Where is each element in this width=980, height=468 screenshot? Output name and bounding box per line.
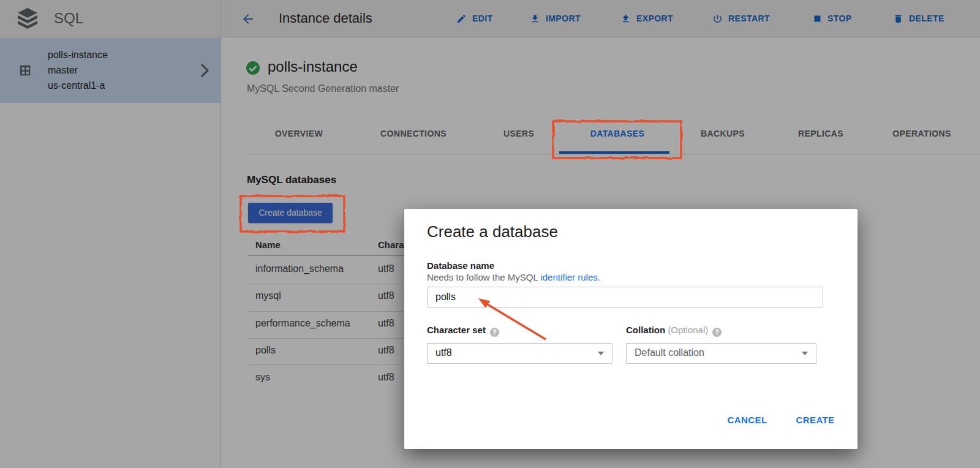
description-prefix: Needs to follow the MySQL (427, 272, 540, 282)
character-set-value: utf8 (435, 347, 452, 358)
create-database-dialog: Create a database Database name Needs to… (404, 209, 858, 449)
character-set-label-text: Character set (427, 325, 486, 335)
cloud-sql-console: SQL polls-instance master us-central1-a … (0, 0, 980, 468)
database-name-label: Database name (427, 260, 494, 271)
description-suffix: . (598, 272, 600, 282)
database-name-description: Needs to follow the MySQL identifier rul… (427, 272, 600, 282)
character-set-label: Character set? (427, 325, 499, 337)
dropdown-caret-icon (598, 352, 604, 355)
collation-value: Default collation (635, 347, 704, 358)
optional-hint: (Optional) (668, 325, 708, 335)
cancel-button[interactable]: CANCEL (721, 411, 774, 429)
database-name-input[interactable] (427, 287, 823, 308)
dialog-title: Create a database (427, 222, 558, 241)
character-set-select[interactable]: utf8 (427, 343, 612, 364)
collation-select[interactable]: Default collation (626, 343, 816, 364)
identifier-rules-link[interactable]: identifier rules (540, 272, 597, 282)
help-icon[interactable]: ? (490, 328, 499, 337)
help-icon[interactable]: ? (712, 328, 722, 337)
create-button[interactable]: CREATE (791, 411, 839, 429)
collation-label: Collation (Optional)? (626, 325, 722, 337)
collation-label-text: Collation (626, 325, 665, 335)
dropdown-caret-icon (802, 352, 808, 355)
